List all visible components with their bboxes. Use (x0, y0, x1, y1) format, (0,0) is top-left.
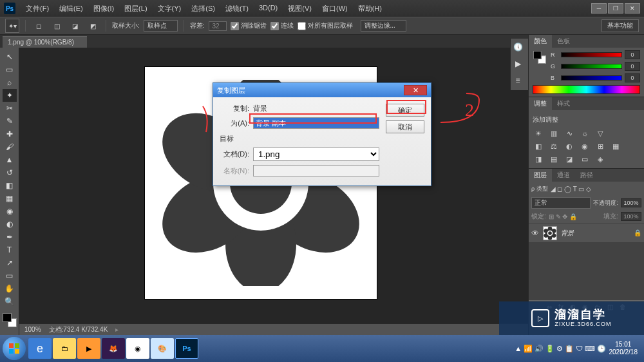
marquee-tool[interactable]: ▭ (3, 63, 17, 76)
g-slider[interactable] (561, 64, 622, 69)
pen-tool[interactable]: ✒ (3, 231, 17, 243)
sample-size-dropdown[interactable]: 取样点 (144, 20, 178, 32)
taskbar-firefox[interactable]: 🦊 (102, 338, 125, 359)
selection-add-icon[interactable]: ◫ (50, 19, 64, 33)
tab-paths[interactable]: 路径 (575, 169, 598, 182)
selection-subtract-icon[interactable]: ◪ (68, 19, 82, 33)
lasso-tool[interactable]: ⌕ (3, 76, 17, 89)
close-button[interactable]: ✕ (625, 3, 640, 14)
maximize-button[interactable]: ❐ (608, 3, 623, 14)
menu-help[interactable]: 帮助(H) (354, 3, 386, 15)
levels-icon[interactable]: ▥ (548, 128, 560, 138)
zoom-tool[interactable]: 🔍 (3, 295, 17, 308)
balance-icon[interactable]: ⚖ (548, 141, 560, 151)
gradient-map-icon[interactable]: ▭ (579, 154, 591, 164)
tolerance-input[interactable]: 32 (209, 21, 227, 31)
history-brush-tool[interactable]: ↺ (3, 166, 17, 179)
lookup-icon[interactable]: ▦ (610, 141, 621, 151)
history-panel-icon[interactable]: 🕔 (511, 39, 525, 55)
brush-tool[interactable]: 🖌 (3, 140, 17, 153)
menu-image[interactable]: 图像(I) (90, 3, 118, 15)
refine-edge-button[interactable]: 调整边缘... (361, 20, 406, 32)
foreground-swatch[interactable] (3, 313, 12, 322)
properties-panel-icon[interactable]: ▶ (511, 55, 525, 72)
taskbar-chrome[interactable]: ◉ (126, 338, 149, 359)
vibrance-icon[interactable]: ▽ (594, 128, 606, 138)
bw-icon[interactable]: ◐ (564, 141, 575, 151)
ok-button[interactable]: 确定 (386, 104, 424, 117)
eraser-tool[interactable]: ◧ (3, 179, 17, 192)
tab-layers[interactable]: 图层 (529, 169, 552, 182)
contiguous-check[interactable]: 连续 (270, 21, 294, 30)
magic-wand-tool[interactable]: ✦ (3, 89, 17, 102)
layer-kind-filter[interactable]: ρ 类型 (531, 185, 548, 193)
document-dropdown[interactable]: 1.png (253, 148, 379, 161)
stamp-tool[interactable]: ▲ (3, 153, 17, 166)
menu-layer[interactable]: 图层(L) (120, 3, 151, 15)
menu-3d[interactable]: 3D(D) (255, 3, 281, 15)
hand-tool[interactable]: ✋ (3, 282, 17, 295)
r-value[interactable]: 0 (625, 50, 640, 59)
selection-intersect-icon[interactable]: ◩ (86, 19, 100, 33)
menu-window[interactable]: 窗口(W) (318, 3, 352, 15)
healing-tool[interactable]: ✚ (3, 128, 17, 140)
shape-tool[interactable]: ▭ (3, 269, 17, 282)
taskbar-explorer[interactable]: 🗀 (53, 338, 76, 359)
visibility-toggle[interactable]: 👁 (531, 229, 539, 238)
minimize-button[interactable]: ─ (591, 3, 607, 14)
mixer-icon[interactable]: ⊞ (594, 141, 606, 151)
selection-new-icon[interactable]: ◻ (32, 19, 46, 33)
b-value[interactable]: 0 (625, 73, 640, 82)
taskbar-photoshop[interactable]: Ps (175, 338, 198, 359)
selective-icon[interactable]: ◈ (594, 154, 606, 164)
b-slider[interactable] (561, 75, 622, 81)
blend-mode-dropdown[interactable]: 正常 (531, 197, 591, 209)
menu-view[interactable]: 视图(V) (284, 3, 316, 15)
taskbar-ie[interactable]: e (28, 338, 52, 359)
crop-tool[interactable]: ✂ (3, 102, 17, 115)
tab-channels[interactable]: 通道 (552, 169, 575, 182)
char-panel-icon[interactable]: ≡ (511, 72, 525, 89)
photo-filter-icon[interactable]: ◉ (579, 141, 591, 151)
dialog-titlebar[interactable]: 复制图层 ✕ (213, 83, 431, 97)
dialog-close-button[interactable]: ✕ (404, 85, 427, 95)
zoom-level[interactable]: 100% (24, 326, 41, 333)
fill-value[interactable]: 100% (621, 212, 641, 221)
all-layers-check[interactable]: 对所有图层取样 (298, 21, 353, 30)
posterize-icon[interactable]: ▤ (548, 154, 560, 164)
tab-color[interactable]: 颜色 (529, 35, 552, 48)
curves-icon[interactable]: ∿ (564, 128, 575, 138)
menu-file[interactable]: 文件(F) (22, 3, 53, 15)
start-button[interactable] (3, 337, 26, 360)
as-input[interactable] (253, 117, 379, 129)
move-tool[interactable]: ↖ (3, 50, 17, 63)
antialias-check[interactable]: 消除锯齿 (231, 21, 267, 30)
blur-tool[interactable]: ◉ (3, 205, 17, 218)
lock-icons[interactable]: ⊞ ✎ ✥ 🔒 (549, 213, 577, 220)
gradient-tool[interactable]: ▦ (3, 192, 17, 205)
layer-thumbnail[interactable] (543, 226, 557, 240)
hue-icon[interactable]: ◧ (533, 141, 544, 151)
color-swatches[interactable] (3, 313, 17, 327)
tab-styles[interactable]: 样式 (552, 97, 575, 110)
path-tool[interactable]: ↗ (3, 256, 17, 269)
tray-icons[interactable]: ▲ 📶 🔊 🔋 ⚙ 📋 🛡 ⌨ 🕒 (515, 345, 606, 353)
menu-select[interactable]: 选择(S) (187, 3, 219, 15)
threshold-icon[interactable]: ◪ (564, 154, 575, 164)
workspace-switcher[interactable]: 基本功能 (601, 19, 639, 32)
g-value[interactable]: 0 (625, 62, 640, 71)
tab-adjustments[interactable]: 调整 (529, 97, 552, 110)
type-tool[interactable]: T (3, 243, 17, 256)
menu-edit[interactable]: 编辑(E) (55, 3, 87, 15)
eyedropper-tool[interactable]: ✎ (3, 115, 17, 128)
tool-preset-icon[interactable]: ✦▾ (5, 19, 19, 33)
taskbar-media[interactable]: ▶ (77, 338, 100, 359)
brightness-icon[interactable]: ☀ (533, 128, 544, 138)
exposure-icon[interactable]: ☼ (579, 128, 591, 138)
menu-type[interactable]: 文字(Y) (154, 3, 185, 15)
opacity-value[interactable]: 100% (621, 198, 641, 207)
cancel-button[interactable]: 取消 (386, 120, 424, 133)
layer-name[interactable]: 背景 (561, 229, 574, 238)
taskbar-paint[interactable]: 🎨 (151, 338, 174, 359)
layer-row-background[interactable]: 👁 背景 🔒 (529, 223, 644, 242)
